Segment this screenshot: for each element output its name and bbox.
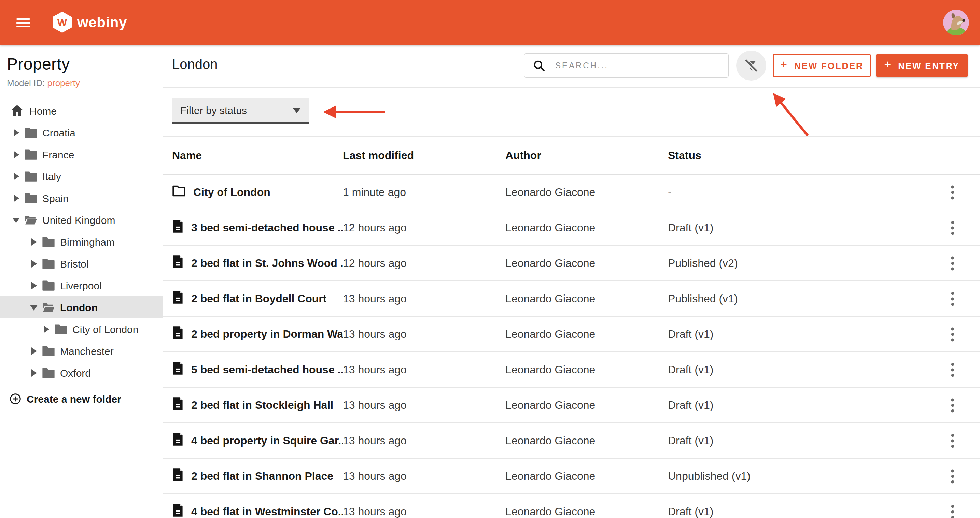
kebab-menu-icon[interactable] (945, 362, 960, 377)
modified-cell: 13 hours ago (343, 470, 505, 482)
folder-outline-icon (172, 185, 186, 199)
entries-panel: London + NEW FOLDER + NEW ENTRY Fil (162, 45, 980, 518)
document-icon (172, 361, 184, 378)
name-cell: 4 bed flat in Westminster Co... (172, 503, 343, 518)
row-actions (934, 433, 972, 448)
sidebar-item-london[interactable]: London (0, 296, 162, 318)
kebab-menu-icon[interactable] (945, 433, 960, 448)
sidebar-item-label: Manchester (60, 345, 114, 357)
folder-icon (55, 324, 67, 334)
sidebar-item-label: Croatia (42, 127, 75, 138)
caret-right-icon[interactable] (29, 368, 38, 377)
toggle-filters-button[interactable] (736, 51, 766, 81)
search-input[interactable] (554, 60, 728, 71)
sidebar-item-label: City of London (72, 323, 138, 335)
status-cell: Draft (v1) (668, 399, 934, 411)
table-row[interactable]: 4 bed property in Squire Gar...13 hours … (162, 423, 980, 459)
circle-plus-icon (10, 393, 21, 404)
table-row[interactable]: 3 bed semi-detached house ...12 hours ag… (162, 210, 980, 246)
table-row[interactable]: City of London1 minute agoLeonardo Giaco… (162, 175, 980, 210)
caret-down-icon[interactable] (11, 215, 21, 224)
webiny-hexagon-icon: W (52, 12, 72, 33)
folder-icon (25, 127, 37, 138)
folder-tree: CroatiaFranceItalySpainUnited KingdomBir… (0, 121, 162, 383)
kebab-menu-icon[interactable] (945, 504, 960, 518)
top-app-bar: W webiny (0, 0, 980, 45)
table-row[interactable]: 4 bed flat in Westminster Co...13 hours … (162, 494, 980, 518)
entry-name: 2 bed property in Dorman Way (191, 328, 343, 340)
table-row[interactable]: 2 bed flat in Stockleigh Hall13 hours ag… (162, 388, 980, 423)
modified-cell: 13 hours ago (343, 328, 505, 340)
sidebar-item-city-of-london[interactable]: City of London (0, 318, 162, 340)
caret-right-icon[interactable] (29, 237, 38, 246)
caret-right-icon[interactable] (29, 281, 38, 290)
folders-sidebar: Property Model ID: property Home Croatia… (0, 45, 163, 518)
caret-right-icon[interactable] (11, 149, 21, 159)
document-icon (172, 467, 184, 485)
new-folder-button[interactable]: + NEW FOLDER (773, 54, 871, 77)
sidebar-item-label: France (42, 148, 74, 160)
kebab-menu-icon[interactable] (945, 397, 960, 413)
folder-icon (25, 149, 37, 160)
author-cell: Leonardo Giacone (505, 257, 668, 269)
author-cell: Leonardo Giacone (505, 292, 668, 305)
modified-cell: 13 hours ago (343, 292, 505, 305)
sidebar-item-label: Liverpool (60, 280, 102, 291)
create-folder-button[interactable]: Create a new folder (0, 388, 162, 410)
document-icon (172, 254, 184, 272)
name-cell: City of London (172, 185, 343, 199)
author-cell: Leonardo Giacone (505, 221, 668, 234)
sidebar-item-france[interactable]: France (0, 143, 162, 165)
table-row[interactable]: 2 bed flat in St. Johns Wood ...12 hours… (162, 246, 980, 281)
entry-name: 2 bed flat in Stockleigh Hall (191, 399, 333, 411)
app-window: W webiny Property Model ID: proper (0, 0, 980, 518)
caret-right-icon[interactable] (11, 128, 21, 137)
caret-right-icon[interactable] (29, 346, 38, 356)
name-cell: 2 bed flat in Shannon Place (172, 467, 343, 485)
sidebar-item-home[interactable]: Home (0, 100, 162, 121)
sidebar-item-label: Home (29, 105, 57, 116)
sidebar-item-bristol[interactable]: Bristol (0, 253, 162, 274)
caret-right-icon[interactable] (41, 324, 51, 334)
sidebar-item-birmingham[interactable]: Birmingham (0, 231, 162, 253)
caret-right-icon[interactable] (11, 171, 21, 181)
filter-by-status-dropdown[interactable]: Filter by status (172, 98, 309, 124)
table-row[interactable]: 5 bed semi-detached house ...13 hours ag… (162, 352, 980, 388)
search-icon (533, 59, 546, 72)
kebab-menu-icon[interactable] (945, 291, 960, 306)
row-actions (934, 397, 972, 413)
sidebar-item-italy[interactable]: Italy (0, 165, 162, 187)
table-row[interactable]: 2 bed flat in Boydell Court13 hours agoL… (162, 281, 980, 317)
sidebar-item-manchester[interactable]: Manchester (0, 340, 162, 362)
folder-icon (42, 236, 55, 247)
kebab-menu-icon[interactable] (945, 256, 960, 271)
table-row[interactable]: 2 bed flat in Shannon Place13 hours agoL… (162, 459, 980, 494)
user-avatar[interactable] (943, 10, 969, 35)
kebab-menu-icon[interactable] (945, 327, 960, 342)
author-cell: Leonardo Giacone (505, 470, 668, 482)
sidebar-item-united-kingdom[interactable]: United Kingdom (0, 209, 162, 231)
webiny-logo[interactable]: W webiny (52, 12, 127, 33)
sidebar-item-label: Italy (42, 170, 61, 182)
sidebar-item-croatia[interactable]: Croatia (0, 121, 162, 143)
sidebar-item-liverpool[interactable]: Liverpool (0, 274, 162, 296)
menu-icon[interactable] (16, 18, 30, 27)
name-cell: 2 bed property in Dorman Way (172, 326, 343, 343)
author-cell: Leonardo Giacone (505, 505, 668, 518)
row-actions (934, 256, 972, 271)
caret-right-icon[interactable] (29, 259, 38, 268)
search-field (524, 53, 729, 78)
kebab-menu-icon[interactable] (945, 469, 960, 483)
new-entry-button[interactable]: + NEW ENTRY (876, 54, 968, 77)
kebab-menu-icon[interactable] (945, 220, 960, 235)
entry-name: 2 bed flat in St. Johns Wood ... (191, 257, 343, 269)
caret-down-icon[interactable] (29, 302, 38, 312)
caret-right-icon[interactable] (11, 193, 21, 203)
table-row[interactable]: 2 bed property in Dorman Way13 hours ago… (162, 317, 980, 352)
kebab-menu-icon[interactable] (945, 184, 960, 200)
annotation-arrow-to-filter-toggle (765, 83, 814, 141)
chevron-down-icon (293, 108, 301, 113)
sidebar-item-spain[interactable]: Spain (0, 187, 162, 209)
model-id: Model ID: property (7, 78, 162, 88)
sidebar-item-oxford[interactable]: Oxford (0, 362, 162, 383)
